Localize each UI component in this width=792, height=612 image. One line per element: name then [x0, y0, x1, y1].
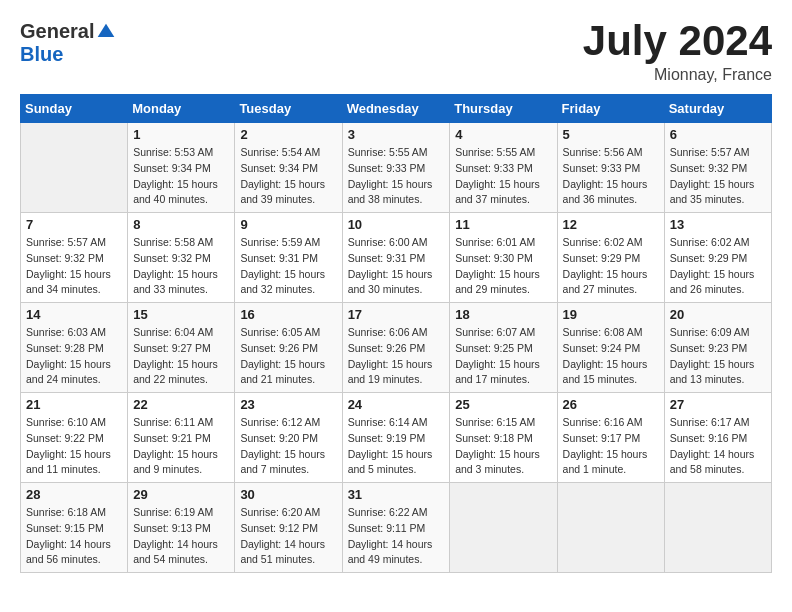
calendar-cell: 14Sunrise: 6:03 AM Sunset: 9:28 PM Dayli… [21, 303, 128, 393]
calendar-cell [450, 483, 557, 573]
calendar-row-1: 1Sunrise: 5:53 AM Sunset: 9:34 PM Daylig… [21, 123, 772, 213]
day-info: Sunrise: 6:02 AM Sunset: 9:29 PM Dayligh… [670, 235, 766, 298]
calendar-cell [664, 483, 771, 573]
day-number: 13 [670, 217, 766, 232]
calendar-row-2: 7Sunrise: 5:57 AM Sunset: 9:32 PM Daylig… [21, 213, 772, 303]
day-info: Sunrise: 6:06 AM Sunset: 9:26 PM Dayligh… [348, 325, 445, 388]
day-info: Sunrise: 5:58 AM Sunset: 9:32 PM Dayligh… [133, 235, 229, 298]
day-number: 5 [563, 127, 659, 142]
day-number: 12 [563, 217, 659, 232]
calendar-cell: 10Sunrise: 6:00 AM Sunset: 9:31 PM Dayli… [342, 213, 450, 303]
month-title: July 2024 [583, 20, 772, 62]
logo: General Blue [20, 20, 116, 66]
calendar-cell: 18Sunrise: 6:07 AM Sunset: 9:25 PM Dayli… [450, 303, 557, 393]
header-day-friday: Friday [557, 95, 664, 123]
day-number: 7 [26, 217, 122, 232]
calendar-table: SundayMondayTuesdayWednesdayThursdayFrid… [20, 94, 772, 573]
calendar-cell: 11Sunrise: 6:01 AM Sunset: 9:30 PM Dayli… [450, 213, 557, 303]
day-info: Sunrise: 6:10 AM Sunset: 9:22 PM Dayligh… [26, 415, 122, 478]
header-row: SundayMondayTuesdayWednesdayThursdayFrid… [21, 95, 772, 123]
day-info: Sunrise: 6:09 AM Sunset: 9:23 PM Dayligh… [670, 325, 766, 388]
day-info: Sunrise: 6:07 AM Sunset: 9:25 PM Dayligh… [455, 325, 551, 388]
day-number: 6 [670, 127, 766, 142]
day-info: Sunrise: 6:12 AM Sunset: 9:20 PM Dayligh… [240, 415, 336, 478]
day-info: Sunrise: 6:08 AM Sunset: 9:24 PM Dayligh… [563, 325, 659, 388]
day-number: 31 [348, 487, 445, 502]
day-number: 21 [26, 397, 122, 412]
calendar-cell: 13Sunrise: 6:02 AM Sunset: 9:29 PM Dayli… [664, 213, 771, 303]
day-number: 25 [455, 397, 551, 412]
header-day-sunday: Sunday [21, 95, 128, 123]
day-info: Sunrise: 6:05 AM Sunset: 9:26 PM Dayligh… [240, 325, 336, 388]
day-info: Sunrise: 5:57 AM Sunset: 9:32 PM Dayligh… [670, 145, 766, 208]
day-info: Sunrise: 5:59 AM Sunset: 9:31 PM Dayligh… [240, 235, 336, 298]
calendar-cell: 15Sunrise: 6:04 AM Sunset: 9:27 PM Dayli… [128, 303, 235, 393]
calendar-cell: 7Sunrise: 5:57 AM Sunset: 9:32 PM Daylig… [21, 213, 128, 303]
calendar-cell: 5Sunrise: 5:56 AM Sunset: 9:33 PM Daylig… [557, 123, 664, 213]
calendar-cell: 30Sunrise: 6:20 AM Sunset: 9:12 PM Dayli… [235, 483, 342, 573]
day-info: Sunrise: 6:00 AM Sunset: 9:31 PM Dayligh… [348, 235, 445, 298]
location-subtitle: Mionnay, France [583, 66, 772, 84]
day-info: Sunrise: 6:19 AM Sunset: 9:13 PM Dayligh… [133, 505, 229, 568]
day-info: Sunrise: 6:20 AM Sunset: 9:12 PM Dayligh… [240, 505, 336, 568]
day-number: 4 [455, 127, 551, 142]
logo-icon [96, 22, 116, 42]
day-number: 18 [455, 307, 551, 322]
day-number: 19 [563, 307, 659, 322]
day-number: 20 [670, 307, 766, 322]
calendar-row-5: 28Sunrise: 6:18 AM Sunset: 9:15 PM Dayli… [21, 483, 772, 573]
calendar-cell: 27Sunrise: 6:17 AM Sunset: 9:16 PM Dayli… [664, 393, 771, 483]
calendar-cell: 28Sunrise: 6:18 AM Sunset: 9:15 PM Dayli… [21, 483, 128, 573]
day-info: Sunrise: 5:56 AM Sunset: 9:33 PM Dayligh… [563, 145, 659, 208]
calendar-cell: 29Sunrise: 6:19 AM Sunset: 9:13 PM Dayli… [128, 483, 235, 573]
calendar-cell: 20Sunrise: 6:09 AM Sunset: 9:23 PM Dayli… [664, 303, 771, 393]
day-info: Sunrise: 6:18 AM Sunset: 9:15 PM Dayligh… [26, 505, 122, 568]
day-number: 29 [133, 487, 229, 502]
day-info: Sunrise: 6:02 AM Sunset: 9:29 PM Dayligh… [563, 235, 659, 298]
calendar-cell: 31Sunrise: 6:22 AM Sunset: 9:11 PM Dayli… [342, 483, 450, 573]
day-number: 8 [133, 217, 229, 232]
calendar-cell: 4Sunrise: 5:55 AM Sunset: 9:33 PM Daylig… [450, 123, 557, 213]
day-info: Sunrise: 6:04 AM Sunset: 9:27 PM Dayligh… [133, 325, 229, 388]
day-number: 3 [348, 127, 445, 142]
day-info: Sunrise: 6:11 AM Sunset: 9:21 PM Dayligh… [133, 415, 229, 478]
logo-general-text: General [20, 20, 94, 43]
calendar-cell: 6Sunrise: 5:57 AM Sunset: 9:32 PM Daylig… [664, 123, 771, 213]
day-info: Sunrise: 6:01 AM Sunset: 9:30 PM Dayligh… [455, 235, 551, 298]
header-day-tuesday: Tuesday [235, 95, 342, 123]
day-number: 28 [26, 487, 122, 502]
calendar-cell [21, 123, 128, 213]
header-day-saturday: Saturday [664, 95, 771, 123]
calendar-cell: 8Sunrise: 5:58 AM Sunset: 9:32 PM Daylig… [128, 213, 235, 303]
day-info: Sunrise: 5:55 AM Sunset: 9:33 PM Dayligh… [348, 145, 445, 208]
day-number: 11 [455, 217, 551, 232]
calendar-cell: 2Sunrise: 5:54 AM Sunset: 9:34 PM Daylig… [235, 123, 342, 213]
title-section: July 2024 Mionnay, France [583, 20, 772, 84]
calendar-cell: 25Sunrise: 6:15 AM Sunset: 9:18 PM Dayli… [450, 393, 557, 483]
day-number: 2 [240, 127, 336, 142]
calendar-cell: 1Sunrise: 5:53 AM Sunset: 9:34 PM Daylig… [128, 123, 235, 213]
day-info: Sunrise: 5:55 AM Sunset: 9:33 PM Dayligh… [455, 145, 551, 208]
day-number: 23 [240, 397, 336, 412]
calendar-cell: 22Sunrise: 6:11 AM Sunset: 9:21 PM Dayli… [128, 393, 235, 483]
calendar-row-4: 21Sunrise: 6:10 AM Sunset: 9:22 PM Dayli… [21, 393, 772, 483]
day-number: 27 [670, 397, 766, 412]
calendar-cell: 19Sunrise: 6:08 AM Sunset: 9:24 PM Dayli… [557, 303, 664, 393]
day-number: 14 [26, 307, 122, 322]
header-day-wednesday: Wednesday [342, 95, 450, 123]
day-info: Sunrise: 6:16 AM Sunset: 9:17 PM Dayligh… [563, 415, 659, 478]
day-info: Sunrise: 6:15 AM Sunset: 9:18 PM Dayligh… [455, 415, 551, 478]
calendar-cell: 26Sunrise: 6:16 AM Sunset: 9:17 PM Dayli… [557, 393, 664, 483]
calendar-cell [557, 483, 664, 573]
logo-blue-text: Blue [20, 43, 63, 66]
day-number: 16 [240, 307, 336, 322]
calendar-row-3: 14Sunrise: 6:03 AM Sunset: 9:28 PM Dayli… [21, 303, 772, 393]
calendar-cell: 16Sunrise: 6:05 AM Sunset: 9:26 PM Dayli… [235, 303, 342, 393]
day-info: Sunrise: 6:14 AM Sunset: 9:19 PM Dayligh… [348, 415, 445, 478]
day-number: 24 [348, 397, 445, 412]
day-number: 30 [240, 487, 336, 502]
day-info: Sunrise: 5:57 AM Sunset: 9:32 PM Dayligh… [26, 235, 122, 298]
calendar-cell: 17Sunrise: 6:06 AM Sunset: 9:26 PM Dayli… [342, 303, 450, 393]
day-info: Sunrise: 5:54 AM Sunset: 9:34 PM Dayligh… [240, 145, 336, 208]
header-day-monday: Monday [128, 95, 235, 123]
